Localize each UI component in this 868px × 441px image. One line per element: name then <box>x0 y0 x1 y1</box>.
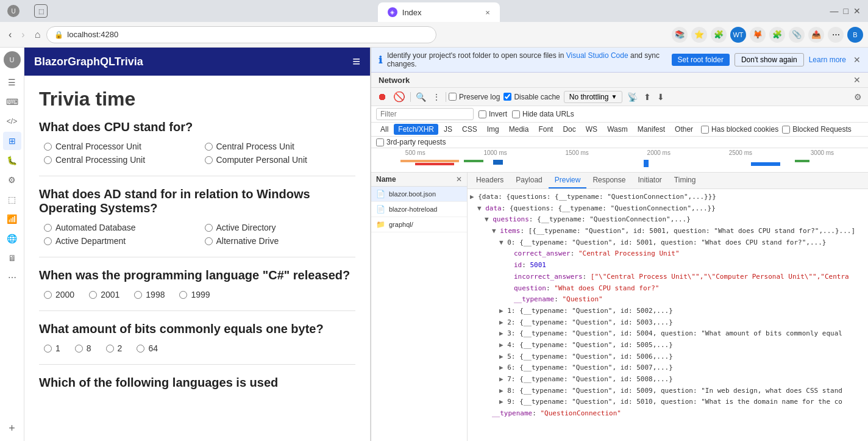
throttle-select[interactable]: No throttling ▼ <box>564 91 623 103</box>
ptab-preview[interactable]: Preview <box>549 173 587 188</box>
ptab-initiator[interactable]: Initiator <box>631 173 667 188</box>
filter-btn[interactable]: ⋮ <box>430 91 443 103</box>
info-close-btn[interactable]: ✕ <box>853 55 861 65</box>
option-3-3[interactable]: 1998 <box>134 290 165 299</box>
option-3-4[interactable]: 1999 <box>179 290 210 299</box>
expand-item0[interactable]: ▼ <box>499 238 503 246</box>
ftab-wasm[interactable]: Wasm <box>603 124 632 135</box>
third-party-checkbox[interactable]: 3rd-party requests <box>376 138 446 146</box>
network-close-btn[interactable]: ✕ <box>853 75 861 85</box>
ext-icon-4[interactable]: WT <box>730 27 746 43</box>
ext-icon-1[interactable]: 📚 <box>672 27 688 43</box>
ptab-response[interactable]: Response <box>586 173 631 188</box>
expand-item4[interactable]: ▶ <box>499 341 503 349</box>
sidebar-icon-gear[interactable]: ⚙ <box>3 171 21 189</box>
sidebar-icon-network[interactable]: ⊞ <box>3 132 21 150</box>
maximize-btn[interactable]: □ <box>844 6 848 16</box>
sidebar-icon-bug[interactable]: 🐛 <box>3 151 21 170</box>
sidebar-icon-dots[interactable]: ⋯ <box>3 268 21 287</box>
ftab-img[interactable]: Img <box>483 124 503 135</box>
export-btn[interactable]: ⬆ <box>641 91 653 103</box>
address-bar[interactable]: 🔒 localhost:4280 <box>46 26 436 43</box>
hamburger-btn[interactable]: ≡ <box>352 54 360 70</box>
tab-close-btn[interactable]: × <box>485 8 490 17</box>
file-item-1[interactable]: 📄 blazor.boot.json <box>371 187 467 202</box>
option-3-2[interactable]: 2001 <box>89 290 119 299</box>
sidebar-icon-avatar[interactable]: U <box>4 51 21 68</box>
preserve-log-checkbox[interactable]: Preserve log <box>449 93 500 101</box>
ftab-css[interactable]: CSS <box>458 124 482 135</box>
ftab-media[interactable]: Media <box>505 124 533 135</box>
ptab-payload[interactable]: Payload <box>510 173 548 188</box>
ftab-other[interactable]: Other <box>671 124 697 135</box>
sidebar-icon-sources[interactable]: </> <box>3 112 21 131</box>
ftab-font[interactable]: Font <box>534 124 557 135</box>
ext-icon-2[interactable]: ⭐ <box>691 27 707 43</box>
expand-items[interactable]: ▼ <box>492 227 496 235</box>
ext-icon-7[interactable]: 📎 <box>789 27 805 43</box>
has-blocked-checkbox[interactable]: Has blocked cookies <box>701 125 778 134</box>
expand-item3[interactable]: ▶ <box>499 329 503 337</box>
ftab-doc[interactable]: Doc <box>558 124 580 135</box>
expand-item1[interactable]: ▶ <box>499 307 503 315</box>
search-btn[interactable]: 🔍 <box>413 91 429 103</box>
option-1-3[interactable]: Central Processing Unit <box>44 155 195 165</box>
back-btn[interactable]: ‹ <box>5 27 15 43</box>
learn-more-link[interactable]: Learn more <box>809 56 846 64</box>
minimize-btn[interactable]: — <box>830 6 839 16</box>
ext-icon-more[interactable]: ⋯ <box>828 27 844 43</box>
sidebar-icon-inspector[interactable]: ☰ <box>3 73 21 91</box>
record-btn[interactable]: ⏺ <box>375 90 390 104</box>
forward-btn[interactable]: › <box>18 27 28 43</box>
option-1-4[interactable]: Computer Personal Unit <box>205 155 356 165</box>
disable-cache-checkbox[interactable]: Disable cache <box>503 93 560 101</box>
settings-btn[interactable]: ⚙ <box>852 91 864 103</box>
ftab-ws[interactable]: WS <box>582 124 602 135</box>
hide-data-urls-checkbox[interactable]: Hide data URLs <box>512 110 574 118</box>
expand-item5[interactable]: ▶ <box>499 353 503 360</box>
clear-btn[interactable]: 🚫 <box>391 90 408 104</box>
file-item-3[interactable]: 📁 graphql/ <box>371 217 467 232</box>
expand-data[interactable]: ▼ <box>477 204 482 212</box>
ftab-fetchxhr[interactable]: Fetch/XHR <box>394 124 438 135</box>
profile-avatar[interactable]: B <box>847 27 863 43</box>
invert-checkbox[interactable]: Invert <box>478 110 507 118</box>
option-3-1[interactable]: 2000 <box>44 290 74 299</box>
ext-icon-8[interactable]: 📤 <box>808 27 824 43</box>
sidebar-icon-console[interactable]: ⌨ <box>3 93 21 111</box>
sidebar-icon-tab[interactable]: ⬚ <box>3 190 21 209</box>
ptab-timing[interactable]: Timing <box>668 173 702 188</box>
sidebar-icon-wifi[interactable]: 📶 <box>3 210 21 228</box>
expand-item9[interactable]: ▶ <box>499 398 503 406</box>
tab-group-icon[interactable]: ⬚ <box>34 4 48 18</box>
option-1-2[interactable]: Central Process Unit <box>205 142 356 151</box>
file-item-2[interactable]: 📄 blazor-hotreload <box>371 202 467 217</box>
ftab-manifest[interactable]: Manifest <box>633 124 669 135</box>
blocked-requests-checkbox[interactable]: Blocked Requests <box>782 125 852 134</box>
expand-item2[interactable]: ▶ <box>499 318 503 326</box>
option-1-1[interactable]: Central Processor Unit <box>44 142 195 151</box>
set-root-btn[interactable]: Set root folder <box>672 54 730 66</box>
sidebar-icon-plus[interactable]: + <box>3 419 21 437</box>
option-2-2[interactable]: Active Directory <box>205 223 356 232</box>
sidebar-icon-globe[interactable]: 🌐 <box>3 229 21 248</box>
ext-icon-6[interactable]: 🧩 <box>769 27 785 43</box>
active-tab[interactable]: ◈ Index × <box>378 2 500 22</box>
ext-icon-5[interactable]: 🦊 <box>750 27 766 43</box>
dont-show-btn[interactable]: Don't show again <box>735 53 804 66</box>
expand-questions[interactable]: ▼ <box>485 215 489 223</box>
expand-item8[interactable]: ▶ <box>499 387 503 395</box>
option-2-4[interactable]: Alternative Drive <box>205 236 356 246</box>
ext-icon-3[interactable]: 🧩 <box>711 27 727 43</box>
option-4-1[interactable]: 1 <box>44 343 60 353</box>
ftab-js[interactable]: JS <box>439 124 457 135</box>
sidebar-icon-screen[interactable]: 🖥 <box>3 249 21 267</box>
expand-item7[interactable]: ▶ <box>499 375 503 383</box>
option-4-2[interactable]: 8 <box>75 343 91 353</box>
import-btn[interactable]: 📡 <box>625 91 640 103</box>
ptab-headers[interactable]: Headers <box>470 173 510 188</box>
option-4-3[interactable]: 2 <box>106 343 123 353</box>
option-4-4[interactable]: 64 <box>137 343 158 353</box>
option-2-3[interactable]: Active Department <box>44 236 195 246</box>
download-btn[interactable]: ⬇ <box>655 91 667 103</box>
